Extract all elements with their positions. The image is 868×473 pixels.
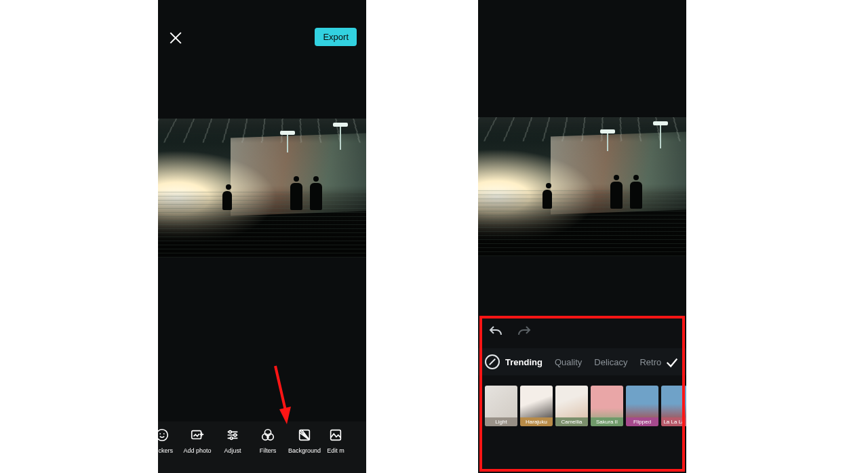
tool-label: Edit m xyxy=(323,447,348,454)
tool-filters[interactable]: Filters xyxy=(250,427,285,454)
edit-more-icon xyxy=(328,427,344,443)
phone-editor: Export Stickers xyxy=(158,0,366,473)
tool-label: Adjust xyxy=(215,447,250,454)
tool-label: Background xyxy=(285,447,323,454)
tool-background[interactable]: Background xyxy=(285,427,323,454)
photo-preview[interactable] xyxy=(478,117,686,256)
adjust-icon xyxy=(224,427,241,443)
filters-panel: Trending Quality Delicacy Retro Light Ha… xyxy=(478,316,686,473)
tab-quality[interactable]: Quality xyxy=(555,357,582,367)
svg-point-2 xyxy=(163,433,165,434)
annotation-arrow xyxy=(271,365,292,428)
thumb-label: Sakura II xyxy=(591,417,623,426)
background-icon xyxy=(296,427,313,443)
tool-label: Add photo xyxy=(180,447,215,454)
tool-label: Filters xyxy=(250,447,285,454)
svg-point-4 xyxy=(229,431,232,434)
confirm-button[interactable] xyxy=(665,355,679,370)
tab-retro[interactable]: Retro xyxy=(639,357,661,367)
filter-thumb-sakura-ii[interactable]: Sakura II xyxy=(591,386,623,426)
add-photo-icon xyxy=(189,427,205,443)
undo-button[interactable] xyxy=(488,324,504,340)
thumb-label: La La La xyxy=(661,417,686,426)
svg-point-5 xyxy=(234,434,237,436)
tool-adjust[interactable]: Adjust xyxy=(215,427,250,454)
svg-point-0 xyxy=(158,430,167,441)
filter-thumbnails: Light Harajuku Camellia Sakura II Flippe… xyxy=(478,375,686,426)
filter-thumb-flipped[interactable]: Flipped xyxy=(626,386,658,426)
filter-thumb-la-la-la[interactable]: La La La xyxy=(661,386,686,426)
tool-label: Stickers xyxy=(158,447,180,454)
tool-add-photo[interactable]: Add photo xyxy=(180,427,215,454)
thumb-label: Harajuku xyxy=(520,417,553,426)
redo-button[interactable] xyxy=(516,324,532,340)
filter-thumb-camellia[interactable]: Camellia xyxy=(555,386,588,426)
filter-thumb-light[interactable]: Light xyxy=(485,386,517,426)
tool-edit-more[interactable]: Edit m xyxy=(323,427,348,454)
filters-icon xyxy=(260,427,276,443)
photo-preview[interactable] xyxy=(158,119,366,258)
no-filter-button[interactable] xyxy=(485,354,500,369)
filter-thumb-harajuku[interactable]: Harajuku xyxy=(520,386,553,426)
filter-tabs-row: Trending Quality Delicacy Retro xyxy=(478,348,686,375)
thumb-label: Flipped xyxy=(626,417,658,426)
svg-point-1 xyxy=(159,433,161,434)
bottom-toolbar: Stickers Add photo Adjust xyxy=(158,421,366,473)
export-button[interactable]: Export xyxy=(315,28,357,46)
stickers-icon xyxy=(158,427,170,443)
tool-stickers[interactable]: Stickers xyxy=(158,427,180,454)
filter-tabs: Trending Quality Delicacy Retro xyxy=(505,357,661,367)
thumb-label: Camellia xyxy=(555,417,588,426)
tab-trending[interactable]: Trending xyxy=(505,357,542,367)
close-button[interactable] xyxy=(167,30,184,46)
svg-point-6 xyxy=(230,437,233,440)
history-row xyxy=(478,316,686,348)
tab-delicacy[interactable]: Delicacy xyxy=(594,357,627,367)
phone-filters: Trending Quality Delicacy Retro Light Ha… xyxy=(478,0,686,473)
editor-header: Export xyxy=(158,0,366,61)
thumb-label: Light xyxy=(485,417,517,426)
